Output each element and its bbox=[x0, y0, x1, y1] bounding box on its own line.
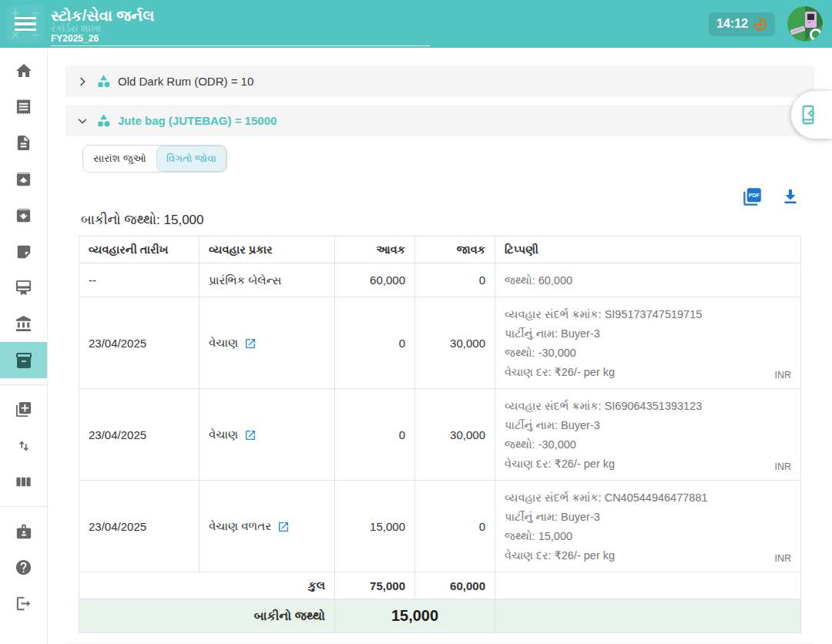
menu-icon[interactable] bbox=[15, 17, 36, 31]
sidebar-item-download[interactable] bbox=[0, 197, 47, 233]
session-timer-icon bbox=[753, 17, 767, 32]
jute-bag-detail: સારાંશ જુઓ વિગતો જોવા PDF બાકીનો જથ્થો: … bbox=[65, 136, 814, 633]
cell-date: 23/04/2025 bbox=[79, 389, 200, 481]
open-link-icon[interactable] bbox=[244, 429, 257, 441]
cell-remark: જથ્થો: 60,000 bbox=[495, 263, 801, 297]
cell-outflow: 0 bbox=[415, 481, 495, 572]
page-title: સ્ટોક/સેવા જર્નલ bbox=[51, 7, 430, 24]
quick-actions-handle[interactable] bbox=[791, 91, 832, 139]
cell-inflow: 0 bbox=[335, 389, 415, 481]
cell-outflow: 0 bbox=[415, 263, 495, 297]
group-row-jute-bag[interactable]: Jute bag (JUTEBAG) = 15000 bbox=[65, 105, 814, 136]
col-header-type: વ્યવહાર પ્રકાર bbox=[200, 236, 335, 263]
sidebar-item-transfer[interactable] bbox=[0, 428, 47, 464]
session-timer-badge[interactable]: 14:12 bbox=[709, 12, 775, 36]
sidebar-item-tables[interactable] bbox=[0, 464, 47, 500]
sidebar-item-add-record[interactable] bbox=[0, 391, 47, 428]
summary-view-tab[interactable]: સારાંશ જુઓ bbox=[83, 146, 156, 172]
swap-vertical-icon bbox=[15, 438, 32, 454]
group-label: Old Dark Rum (ODR) = 10 bbox=[118, 75, 253, 88]
session-time: 14:12 bbox=[716, 17, 748, 31]
cell-inflow: 60,000 bbox=[335, 263, 415, 297]
cell-date: -- bbox=[79, 263, 200, 297]
logout-icon bbox=[15, 595, 32, 612]
table-row-sale-2: 23/04/2025 વેચાણ 0 30,000 વ્યવહાર સંદર્ભ… bbox=[79, 389, 801, 481]
badge-icon bbox=[15, 523, 32, 540]
currency-label: INR bbox=[774, 370, 791, 381]
group-row-old-dark-rum[interactable]: Old Dark Rum (ODR) = 10 bbox=[65, 65, 814, 97]
closing-balance-label: બાકીનો જથ્થો bbox=[79, 599, 335, 633]
sidebar-item-profile[interactable] bbox=[0, 513, 47, 549]
help-icon bbox=[15, 558, 32, 576]
cell-type: પ્રારંભિક બેલેન્સ bbox=[200, 263, 335, 297]
details-view-tab[interactable]: વિગતો જોવા bbox=[156, 146, 226, 172]
logo-area bbox=[0, 0, 51, 48]
pdf-export-icon[interactable]: PDF bbox=[742, 186, 763, 207]
avatar[interactable] bbox=[787, 6, 823, 42]
col-header-remark: ટિપ્પણી bbox=[495, 236, 801, 263]
col-header-date: વ્યવહારની તારીખ bbox=[79, 236, 200, 263]
main-content: Old Dark Rum (ODR) = 10 Jute bag (JUTEBA… bbox=[48, 48, 832, 644]
sidebar-item-card-machine[interactable] bbox=[0, 270, 47, 306]
download-box-icon bbox=[15, 206, 32, 224]
bank-icon bbox=[15, 315, 32, 333]
document-icon bbox=[15, 134, 32, 152]
sidebar-divider bbox=[0, 384, 47, 385]
title-block: સ્ટોક/સેવા જર્નલ રેકોર્ડસ શાખા FY2025_26 bbox=[51, 2, 430, 46]
group-label: Jute bag (JUTEBAG) = 15000 bbox=[118, 114, 277, 127]
app-header: સ્ટોક/સેવા જર્નલ રેકોર્ડસ શાખા FY2025_26… bbox=[0, 0, 832, 48]
sidebar-item-bank[interactable] bbox=[0, 306, 47, 342]
cell-type: વેચાણ bbox=[200, 297, 335, 389]
table-header-row: વ્યવહારની તારીખ વ્યવહાર પ્રકાર આવક જાવક … bbox=[79, 236, 801, 263]
note-icon bbox=[15, 243, 32, 260]
cell-outflow: 30,000 bbox=[415, 297, 495, 389]
cell-outflow: 30,000 bbox=[415, 389, 495, 481]
table-row-sales-return: 23/04/2025 વેચાણ વળતર 15,000 0 વ્યવહાર સ… bbox=[79, 481, 801, 572]
cell-remark: વ્યવહાર સંદર્ભ ક્રમાંક: SI69064351393123… bbox=[495, 389, 801, 481]
sidebar-item-home[interactable] bbox=[0, 52, 47, 89]
closing-remark-empty bbox=[495, 599, 801, 633]
chevron-right-icon bbox=[75, 75, 89, 89]
app-root: સ્ટોક/સેવા જર્નલ રેકોર્ડસ શાખા FY2025_26… bbox=[0, 0, 832, 644]
sidebar-item-logout[interactable] bbox=[0, 585, 47, 622]
sidebar-item-upload[interactable] bbox=[0, 161, 47, 197]
table-row-sale-1: 23/04/2025 વેચાણ 0 30,000 વ્યવહાર સંદર્ભ… bbox=[79, 297, 801, 389]
col-header-inflow: આવક bbox=[335, 236, 415, 263]
cell-inflow: 0 bbox=[335, 297, 415, 389]
cell-type: વેચાણ bbox=[200, 389, 335, 481]
cell-remark: વ્યવહાર સંદર્ભ ક્રમાંક: SI95173747519715… bbox=[495, 297, 801, 389]
svg-text:PDF: PDF bbox=[749, 193, 760, 198]
table-row-opening-balance: -- પ્રારંભિક બેલેન્સ 60,000 0 જથ્થો: 60,… bbox=[79, 263, 801, 297]
branch-subtitle: રેકોર્ડસ શાખા bbox=[51, 24, 430, 33]
cell-inflow: 15,000 bbox=[335, 481, 415, 572]
total-outflow: 60,000 bbox=[415, 572, 495, 599]
view-toggle: સારાંશ જુઓ વિગતો જોવા bbox=[82, 145, 227, 173]
chevron-down-icon bbox=[75, 114, 89, 128]
cell-date: 23/04/2025 bbox=[79, 297, 200, 389]
inventory-box-icon bbox=[15, 351, 33, 370]
currency-label: INR bbox=[774, 553, 791, 564]
table-columns-icon bbox=[15, 473, 32, 491]
cell-type: વેચાણ વળતર bbox=[200, 481, 335, 572]
sidebar-item-help[interactable] bbox=[0, 549, 47, 585]
upload-box-icon bbox=[15, 170, 32, 188]
currency-label: INR bbox=[774, 461, 791, 472]
closing-balance-value: 15,000 bbox=[335, 599, 495, 633]
open-link-icon[interactable] bbox=[277, 521, 290, 533]
open-link-icon[interactable] bbox=[244, 337, 257, 350]
remaining-quantity-label: બાકીનો જથ્થો: 15,000 bbox=[81, 213, 801, 228]
library-add-icon bbox=[15, 401, 32, 418]
fiscal-year-label: FY2025_26 bbox=[51, 33, 430, 46]
stock-journal-table: વ્યવહારની તારીખ વ્યવહાર પ્રકાર આવક જાવક … bbox=[79, 236, 801, 633]
download-icon[interactable] bbox=[781, 187, 800, 206]
table-total-row: કુલ 75,000 60,000 bbox=[79, 572, 801, 599]
sidebar-item-receipts[interactable] bbox=[0, 89, 47, 125]
col-header-outflow: જાવક bbox=[415, 236, 495, 263]
total-label: કુલ bbox=[79, 572, 335, 599]
table-closing-row: બાકીનો જથ્થો 15,000 bbox=[79, 599, 801, 633]
total-remark-empty bbox=[495, 572, 801, 599]
cell-remark: વ્યવહાર સંદર્ભ ક્રમાંક: CN40544946477881… bbox=[495, 481, 801, 572]
sidebar-item-documents[interactable] bbox=[0, 125, 47, 161]
sidebar-item-notes[interactable] bbox=[0, 233, 47, 270]
sidebar-item-inventory[interactable] bbox=[0, 342, 47, 378]
